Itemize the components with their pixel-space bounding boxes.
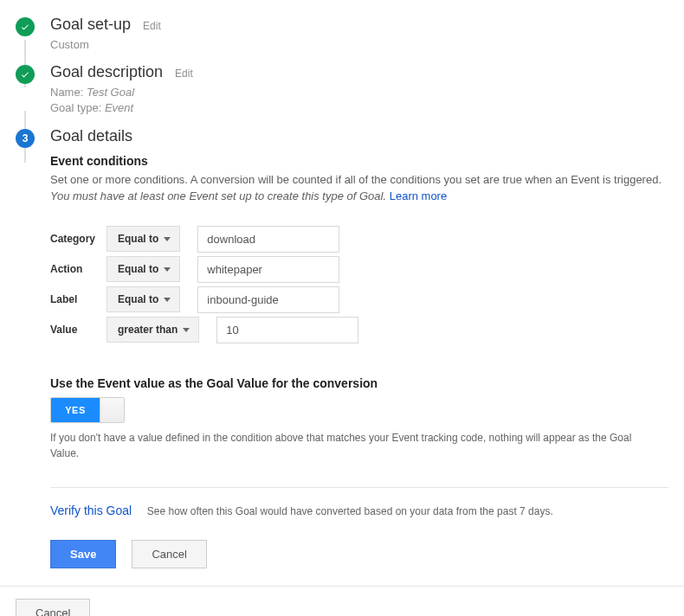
step-goal-setup: Goal set-up Edit Custom bbox=[16, 16, 668, 53]
step-number: 3 bbox=[23, 132, 29, 144]
value-input-category[interactable] bbox=[197, 226, 339, 253]
desc-plain: Set one or more conditions. A conversion… bbox=[50, 173, 661, 186]
operator-text: Equal to bbox=[118, 233, 158, 245]
value-input-label[interactable] bbox=[197, 286, 339, 313]
step-goal-details: 3 Goal details bbox=[16, 127, 668, 145]
operator-text: Equal to bbox=[118, 263, 158, 275]
step-subtitle: Custom bbox=[50, 37, 668, 53]
check-icon bbox=[16, 17, 35, 36]
condition-row-category: Category Equal to bbox=[50, 226, 668, 253]
toggle-knob bbox=[100, 398, 124, 422]
chevron-down-icon bbox=[164, 237, 171, 241]
step-title: Goal details bbox=[50, 127, 132, 145]
step-title: Goal set-up bbox=[50, 16, 131, 34]
condition-row-label: Label Equal to bbox=[50, 286, 668, 313]
edit-link-description[interactable]: Edit bbox=[175, 67, 193, 80]
use-value-title: Use the Event value as the Goal Value fo… bbox=[50, 376, 668, 390]
save-button[interactable]: Save bbox=[50, 540, 116, 568]
step-number-badge: 3 bbox=[16, 129, 35, 148]
event-conditions-desc: Set one or more conditions. A conversion… bbox=[50, 171, 668, 205]
value-input-action[interactable] bbox=[197, 256, 339, 283]
verify-row: Verify this Goal See how often this Goal… bbox=[50, 504, 668, 517]
chevron-down-icon bbox=[164, 298, 171, 302]
condition-row-action: Action Equal to bbox=[50, 256, 668, 283]
condition-row-value: Value greater than bbox=[50, 317, 668, 343]
chevron-down-icon bbox=[164, 267, 171, 272]
learn-more-link[interactable]: Learn more bbox=[390, 189, 447, 202]
verify-desc: See how often this Goal would have conve… bbox=[147, 505, 553, 517]
operator-select-action[interactable]: Equal to bbox=[106, 256, 180, 282]
condition-label: Category bbox=[50, 233, 106, 245]
conditions-table: Category Equal to Action Equal to Label … bbox=[50, 226, 668, 343]
name-value: Test Goal bbox=[87, 86, 134, 99]
type-value: Event bbox=[105, 101, 133, 114]
step-goal-description: Goal description Edit Name: Test Goal Go… bbox=[16, 63, 668, 116]
divider bbox=[50, 487, 668, 488]
condition-label: Label bbox=[50, 293, 106, 305]
check-icon bbox=[16, 65, 35, 84]
toggle-yes-label: YES bbox=[51, 398, 100, 422]
verify-goal-link[interactable]: Verify this Goal bbox=[50, 504, 132, 517]
operator-select-value[interactable]: greater than bbox=[106, 317, 199, 343]
cancel-button[interactable]: Cancel bbox=[132, 540, 206, 568]
event-conditions-heading: Event conditions bbox=[50, 154, 668, 168]
chevron-down-icon bbox=[183, 328, 190, 332]
operator-text: Equal to bbox=[118, 293, 158, 305]
use-value-toggle[interactable]: YES bbox=[50, 397, 125, 423]
use-value-desc: If you don't have a value defined in the… bbox=[50, 430, 656, 461]
step-title: Goal description bbox=[50, 63, 163, 81]
operator-select-label[interactable]: Equal to bbox=[106, 286, 180, 312]
value-input-value[interactable] bbox=[216, 317, 358, 343]
condition-label: Action bbox=[50, 263, 106, 275]
name-label: Name: bbox=[50, 86, 87, 99]
operator-text: greater than bbox=[118, 324, 177, 336]
operator-select-category[interactable]: Equal to bbox=[106, 226, 180, 252]
condition-label: Value bbox=[50, 324, 106, 336]
type-label: Goal type: bbox=[50, 101, 105, 114]
desc-italic: You must have at least one Event set up … bbox=[50, 189, 386, 202]
step-description-details: Name: Test Goal Goal type: Event bbox=[50, 85, 668, 116]
edit-link-setup[interactable]: Edit bbox=[143, 20, 161, 32]
footer-cancel-button[interactable]: Cancel bbox=[16, 599, 90, 616]
footer-divider bbox=[0, 586, 684, 587]
